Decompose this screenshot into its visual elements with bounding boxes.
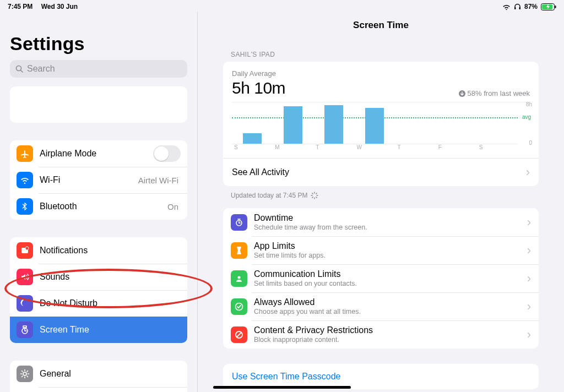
chart-bar-col [436, 102, 477, 144]
sidebar-item-bluetooth[interactable]: BluetoothOn [10, 193, 187, 220]
bluetooth-icon [17, 198, 33, 215]
chart-x-label: S [232, 144, 273, 151]
option-title: Downtime [254, 213, 527, 223]
sidebar-item-label: Wi-Fi [40, 175, 138, 185]
status-right: 87% [502, 3, 556, 10]
row-value: On [167, 202, 178, 211]
airplane-toggle[interactable] [153, 145, 181, 162]
commlimits-icon [231, 270, 247, 287]
sidebar-item-screentime[interactable]: Screen Time [10, 317, 187, 343]
settings-sidebar: Settings Search Airplane ModeWi-FiAirtel… [0, 12, 198, 392]
option-desc: Block inappropriate content. [254, 336, 527, 344]
svg-point-29 [238, 276, 241, 279]
chart-bar [365, 108, 384, 144]
option-row-restrictions[interactable]: Content & Privacy RestrictionsBlock inap… [223, 320, 539, 349]
page-title: Screen Time [223, 12, 539, 51]
restrictions-icon [231, 326, 247, 343]
option-desc: Choose apps you want at all times. [254, 308, 527, 315]
chevron-right-icon: › [527, 273, 531, 285]
daily-average-label: Daily Average [232, 69, 530, 78]
svg-rect-0 [514, 7, 516, 9]
status-left: 7:45 PM Wed 30 Jun [8, 3, 84, 10]
usage-chart-card: Daily Average 5h 10m 58% from last week … [223, 62, 539, 186]
chevron-right-icon: › [527, 244, 531, 257]
wifi-icon [502, 4, 511, 10]
search-icon [15, 65, 24, 73]
sidebar-item-label: Do Not Disturb [40, 298, 181, 308]
screentime-icon [17, 322, 33, 338]
sidebar-item-general[interactable]: General [10, 361, 187, 387]
battery-icon [541, 3, 556, 10]
option-title: Communication Limits [254, 269, 527, 279]
battery-percent: 87% [524, 3, 538, 10]
svg-line-6 [21, 70, 23, 72]
chevron-right-icon: › [527, 329, 531, 341]
sidebar-item-label: Bluetooth [40, 202, 167, 211]
sidebar-item-dnd[interactable]: Do Not Disturb [10, 290, 187, 317]
status-bar: 7:45 PM Wed 30 Jun 87% [0, 0, 564, 12]
sidebar-item-label: Notifications [40, 246, 181, 255]
search-placeholder: Search [27, 64, 55, 74]
updated-label: Updated today at 7:45 PM [231, 192, 539, 199]
option-row-downtime[interactable]: DowntimeSchedule time away from the scre… [223, 208, 539, 236]
sidebar-item-controlcentre[interactable]: Control Centre [10, 387, 187, 392]
option-desc: Set time limits for apps. [254, 252, 527, 259]
see-all-activity-row[interactable]: See All Activity › [223, 158, 539, 186]
chart-x-label: T [395, 144, 436, 151]
chart-x-label: S [477, 144, 518, 151]
chart-bar-col [313, 102, 354, 144]
chart-x-label: T [313, 144, 354, 151]
chart-bar-col [354, 102, 395, 144]
chart-x-label: W [354, 144, 395, 151]
chart-bar [243, 133, 262, 144]
chart-bar-col [477, 102, 518, 144]
sounds-icon [17, 269, 33, 285]
sidebar-item-sounds[interactable]: Sounds [10, 264, 187, 290]
chart-bar-col [273, 102, 313, 144]
airplane-icon [17, 145, 33, 162]
option-row-commlimits[interactable]: Communication LimitsSet limits based on … [223, 264, 539, 292]
always-icon [231, 298, 247, 315]
option-title: App Limits [254, 241, 527, 251]
sidebar-item-label: Airplane Mode [40, 149, 153, 159]
chevron-right-icon: › [527, 301, 531, 313]
spinner-icon [311, 192, 318, 199]
option-row-always[interactable]: Always AllowedChoose apps you want at al… [223, 292, 539, 320]
chevron-right-icon: › [527, 216, 531, 228]
sidebar-item-label: Sounds [40, 272, 181, 282]
screen-time-options-card: DowntimeSchedule time away from the scre… [223, 208, 539, 349]
general-icon [17, 366, 33, 382]
apple-id-card[interactable] [10, 86, 187, 123]
svg-point-9 [23, 372, 26, 375]
sidebar-item-airplane[interactable]: Airplane Mode [10, 140, 187, 167]
svg-point-8 [25, 247, 29, 250]
usage-bar-chart: 8h 0 avg SMTWTFS [232, 102, 530, 151]
svg-line-24 [312, 193, 313, 194]
notifications-icon [17, 242, 33, 259]
wifi-icon [17, 172, 33, 188]
daily-average-delta: 58% from last week [459, 89, 530, 97]
chart-x-label: M [273, 144, 313, 151]
sidebar-item-label: Screen Time [40, 325, 181, 335]
chart-bar-col [232, 102, 273, 144]
downtime-icon [231, 214, 247, 231]
sidebar-item-notifications[interactable]: Notifications [10, 237, 187, 264]
status-time: 7:45 PM [8, 3, 32, 10]
sidebar-item-wifi[interactable]: Wi-FiAirtel Wi-Fi [10, 167, 187, 193]
option-desc: Set limits based on your contacts. [254, 280, 527, 287]
daily-average-value: 5h 10m [232, 79, 285, 97]
content-pane: Screen Time SAHIL'S IPAD Daily Average 5… [198, 12, 564, 392]
search-input[interactable]: Search [10, 60, 187, 78]
option-row-applimits[interactable]: App LimitsSet time limits for apps.› [223, 236, 539, 264]
status-date: Wed 30 Jun [41, 3, 78, 10]
svg-line-25 [316, 197, 317, 198]
chart-bar [284, 106, 302, 144]
option-desc: Schedule time away from the screen. [254, 224, 527, 231]
svg-line-26 [312, 197, 313, 198]
chart-bar [324, 105, 343, 144]
svg-rect-1 [519, 7, 520, 9]
down-arrow-icon [459, 90, 465, 97]
settings-title: Settings [10, 33, 187, 55]
option-title: Always Allowed [254, 297, 527, 307]
chart-bar-col [395, 102, 436, 144]
